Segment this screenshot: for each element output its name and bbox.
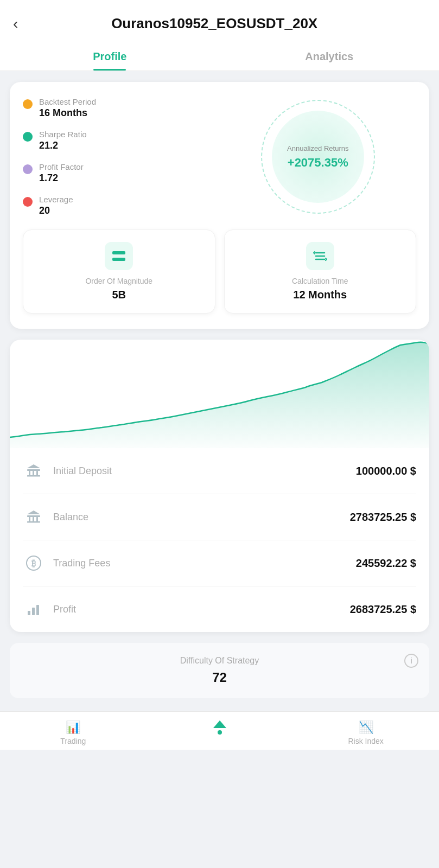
- tab-bar: Profile Analytics: [0, 41, 439, 71]
- nav-triangle-indicator: [213, 720, 226, 728]
- gauge-container: Annualized Returns +2075.35%: [220, 100, 417, 214]
- svg-rect-12: [29, 517, 30, 521]
- chart-bar-icon: [23, 598, 44, 620]
- svg-rect-15: [27, 521, 40, 523]
- svg-marker-16: [27, 510, 40, 514]
- bitcoin-icon: ₿: [23, 552, 44, 574]
- page-title: Ouranos10952_EOSUSDT_20X: [27, 15, 402, 32]
- dot-purple: [23, 164, 33, 174]
- calculation-time-icon: [306, 242, 334, 270]
- bank-icon-1: [23, 460, 44, 482]
- order-magnitude-card[interactable]: Order Of Magnitude 5B: [23, 229, 215, 314]
- stat-balance: Balance 2783725.25 $: [23, 494, 416, 540]
- svg-rect-0: [112, 251, 125, 254]
- tab-analytics[interactable]: Analytics: [220, 41, 440, 71]
- metric-profit-factor: Profit Factor 1.72: [23, 162, 220, 184]
- metric-backtest-period: Backtest Period 16 Months: [23, 97, 220, 119]
- stat-initial-deposit: Initial Deposit 100000.00 $: [23, 448, 416, 494]
- bank-icon-2: [23, 506, 44, 528]
- calculation-time-card[interactable]: Calculation Time 12 Months: [224, 229, 417, 314]
- svg-rect-19: [28, 611, 30, 615]
- tab-profile[interactable]: Profile: [0, 41, 220, 71]
- metrics-list: Backtest Period 16 Months Sharpe Ratio 2…: [23, 97, 220, 216]
- svg-rect-5: [27, 469, 40, 471]
- svg-rect-20: [32, 608, 35, 615]
- nav-trading[interactable]: 📊 Trading: [0, 720, 147, 745]
- svg-marker-10: [27, 464, 40, 468]
- svg-rect-14: [36, 517, 38, 521]
- back-button[interactable]: ‹: [13, 16, 18, 31]
- svg-rect-11: [27, 515, 40, 517]
- chart-card: Initial Deposit 100000.00 $ Balance 2783…: [10, 340, 429, 632]
- nav-middle[interactable]: [147, 720, 293, 745]
- svg-rect-8: [36, 471, 38, 475]
- header: ‹ Ouranos10952_EOSUSDT_20X: [0, 0, 439, 41]
- svg-rect-21: [36, 605, 39, 615]
- metric-leverage: Leverage 20: [23, 195, 220, 216]
- svg-rect-1: [112, 258, 125, 261]
- stats-list: Initial Deposit 100000.00 $ Balance 2783…: [10, 448, 429, 632]
- profile-card: Backtest Period 16 Months Sharpe Ratio 2…: [10, 82, 429, 329]
- svg-rect-13: [33, 517, 34, 521]
- difficulty-section: i Difficulty Of Strategy 72: [10, 643, 429, 698]
- order-magnitude-icon: [105, 242, 133, 270]
- svg-rect-7: [33, 471, 34, 475]
- nav-active-dot: [218, 730, 222, 735]
- svg-rect-6: [29, 471, 30, 475]
- gauge-outer-ring: Annualized Returns +2075.35%: [261, 100, 375, 214]
- stat-profit: Profit 2683725.25 $: [23, 586, 416, 632]
- dot-teal: [23, 132, 33, 142]
- dot-orange: [23, 99, 33, 109]
- metric-sharpe-ratio: Sharpe Ratio 21.2: [23, 130, 220, 151]
- gauge-inner-circle: Annualized Returns +2075.35%: [272, 111, 364, 203]
- dot-red: [23, 197, 33, 207]
- info-button[interactable]: i: [404, 654, 418, 668]
- trading-icon: 📊: [0, 720, 147, 735]
- risk-index-icon: 📉: [292, 720, 439, 735]
- nav-risk-index[interactable]: 📉 Risk Index: [292, 720, 439, 745]
- profile-top-section: Backtest Period 16 Months Sharpe Ratio 2…: [23, 97, 416, 216]
- svg-rect-9: [27, 475, 40, 477]
- bottom-nav: 📊 Trading 📉 Risk Index: [0, 711, 439, 750]
- stat-trading-fees: ₿ Trading Fees 245592.22 $: [23, 540, 416, 586]
- chart-area: [10, 340, 429, 448]
- info-cards-row: Order Of Magnitude 5B Calculation Time 1…: [23, 229, 416, 314]
- svg-text:₿: ₿: [31, 559, 36, 568]
